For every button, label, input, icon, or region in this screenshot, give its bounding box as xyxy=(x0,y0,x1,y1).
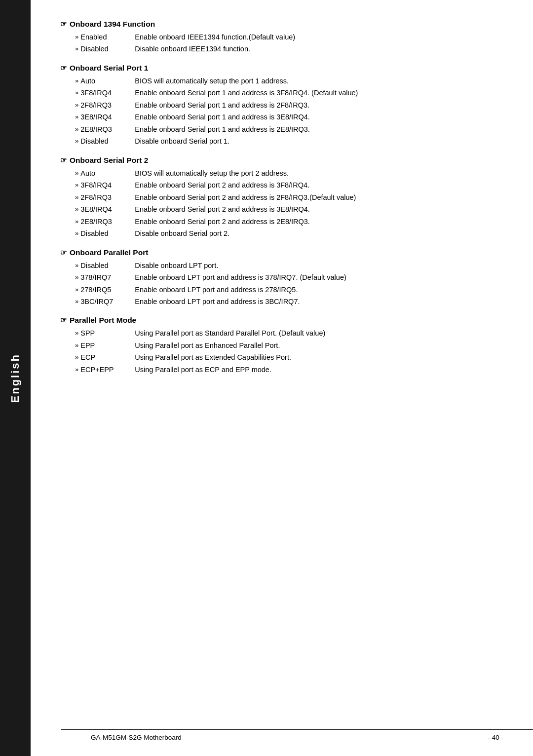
item-list: »AutoBIOS will automatically setup the p… xyxy=(75,76,503,147)
item-list: »EnabledEnable onboard IEEE1394 function… xyxy=(75,32,503,55)
section-onboard-serial-port-2: ☞Onboard Serial Port 2»AutoBIOS will aut… xyxy=(60,156,503,239)
item-row: »3F8/IRQ4Enable onboard Serial port 2 an… xyxy=(75,180,503,190)
item-arrow-icon: » xyxy=(75,261,78,270)
item-key: ECP+EPP xyxy=(80,364,135,375)
item-key: 2E8/IRQ3 xyxy=(80,124,135,135)
item-desc: Enable onboard LPT port and address is 3… xyxy=(135,296,300,307)
item-arrow-icon: » xyxy=(75,340,78,350)
item-row: »3E8/IRQ4Enable onboard Serial port 2 an… xyxy=(75,204,503,215)
item-arrow-icon: » xyxy=(75,217,78,227)
item-arrow-icon: » xyxy=(75,228,78,238)
item-row: »EnabledEnable onboard IEEE1394 function… xyxy=(75,32,503,42)
item-desc: Enable onboard Serial port 2 and address… xyxy=(135,216,310,227)
item-arrow-icon: » xyxy=(75,272,78,282)
item-key: 3BC/IRQ7 xyxy=(80,296,135,307)
item-desc: Using Parallel port as Enhanced Parallel… xyxy=(135,340,280,351)
item-key: 2E8/IRQ3 xyxy=(80,216,135,227)
cursor-icon: ☞ xyxy=(60,20,67,29)
item-row: »3E8/IRQ4Enable onboard Serial port 1 an… xyxy=(75,112,503,122)
section-title-text: Parallel Port Mode xyxy=(70,316,136,325)
item-row: »ECP+EPPUsing Parallel port as ECP and E… xyxy=(75,364,503,375)
item-key: 2F8/IRQ3 xyxy=(80,100,135,111)
item-arrow-icon: » xyxy=(75,168,78,178)
item-desc: BIOS will automatically setup the port 1… xyxy=(135,76,289,86)
item-desc: Disable onboard Serial port 2. xyxy=(135,228,229,239)
item-arrow-icon: » xyxy=(75,76,78,86)
item-row: »3BC/IRQ7Enable onboard LPT port and add… xyxy=(75,296,503,307)
item-row: »2E8/IRQ3Enable onboard Serial port 1 an… xyxy=(75,124,503,135)
item-key: 2F8/IRQ3 xyxy=(80,192,135,203)
item-key: SPP xyxy=(80,328,135,339)
item-desc: Enable onboard Serial port 1 and address… xyxy=(135,100,309,111)
item-key: 3E8/IRQ4 xyxy=(80,112,135,122)
item-desc: Enable onboard Serial port 1 and address… xyxy=(135,124,310,135)
cursor-icon: ☞ xyxy=(60,316,67,325)
item-key: EPP xyxy=(80,340,135,351)
footer-right: - 40 - xyxy=(488,734,503,741)
item-desc: Disable onboard LPT port. xyxy=(135,260,218,271)
item-row: »SPPUsing Parallel port as Standard Para… xyxy=(75,328,503,339)
item-arrow-icon: » xyxy=(75,365,78,375)
item-arrow-icon: » xyxy=(75,180,78,190)
item-key: 3F8/IRQ4 xyxy=(80,180,135,190)
item-row: »DisabledDisable onboard IEEE1394 functi… xyxy=(75,43,503,54)
section-onboard-serial-port-1: ☞Onboard Serial Port 1»AutoBIOS will aut… xyxy=(60,64,503,147)
item-arrow-icon: » xyxy=(75,88,78,98)
item-arrow-icon: » xyxy=(75,124,78,134)
item-desc: Enable onboard LPT port and address is 2… xyxy=(135,284,298,295)
item-arrow-icon: » xyxy=(75,285,78,295)
section-onboard-parallel-port: ☞Onboard Parallel Port»DisabledDisable o… xyxy=(60,248,503,307)
item-key: Disabled xyxy=(80,228,135,239)
cursor-icon: ☞ xyxy=(60,248,67,257)
sidebar: English xyxy=(0,0,31,756)
item-desc: Enable onboard Serial port 2 and address… xyxy=(135,204,310,215)
item-arrow-icon: » xyxy=(75,112,78,122)
item-key: Disabled xyxy=(80,43,135,54)
item-arrow-icon: » xyxy=(75,204,78,214)
item-desc: Enable onboard Serial port 1 and address… xyxy=(135,112,310,122)
section-parallel-port-mode: ☞Parallel Port Mode»SPPUsing Parallel po… xyxy=(60,316,503,375)
item-arrow-icon: » xyxy=(75,44,78,54)
item-desc: Enable onboard Serial port 1 and address… xyxy=(135,87,358,98)
item-key: Auto xyxy=(80,76,135,86)
section-title-text: Onboard Serial Port 1 xyxy=(70,64,148,73)
item-desc: Enable onboard IEEE1394 function.(Defaul… xyxy=(135,32,295,42)
item-arrow-icon: » xyxy=(75,100,78,110)
page-wrapper: English ☞Onboard 1394 Function»EnabledEn… xyxy=(0,0,533,756)
content-area: ☞Onboard 1394 Function»EnabledEnable onb… xyxy=(31,0,533,756)
section-title-text: Onboard 1394 Function xyxy=(70,20,155,29)
item-row: »DisabledDisable onboard LPT port. xyxy=(75,260,503,271)
item-desc: Disable onboard Serial port 1. xyxy=(135,136,229,147)
item-arrow-icon: » xyxy=(75,352,78,362)
item-arrow-icon: » xyxy=(75,328,78,338)
sections-container: ☞Onboard 1394 Function»EnabledEnable onb… xyxy=(60,20,503,375)
item-row: »AutoBIOS will automatically setup the p… xyxy=(75,168,503,179)
footer: GA-M51GM-S2G Motherboard - 40 - xyxy=(61,729,533,741)
item-desc: Enable onboard LPT port and address is 3… xyxy=(135,272,346,283)
item-row: »2E8/IRQ3Enable onboard Serial port 2 an… xyxy=(75,216,503,227)
item-row: »378/IRQ7Enable onboard LPT port and add… xyxy=(75,272,503,283)
item-desc: Using Parallel port as Standard Parallel… xyxy=(135,328,325,339)
item-row: »278/IRQ5Enable onboard LPT port and add… xyxy=(75,284,503,295)
item-desc: BIOS will automatically setup the port 2… xyxy=(135,168,289,179)
item-key: ECP xyxy=(80,352,135,363)
footer-left: GA-M51GM-S2G Motherboard xyxy=(91,734,182,741)
sidebar-label: English xyxy=(9,353,22,403)
item-key: Auto xyxy=(80,168,135,179)
item-arrow-icon: » xyxy=(75,32,78,42)
item-key: Disabled xyxy=(80,136,135,147)
item-desc: Using Parallel port as ECP and EPP mode. xyxy=(135,364,271,375)
item-list: »AutoBIOS will automatically setup the p… xyxy=(75,168,503,239)
item-row: »EPPUsing Parallel port as Enhanced Para… xyxy=(75,340,503,351)
item-row: »DisabledDisable onboard Serial port 2. xyxy=(75,228,503,239)
item-row: »ECPUsing Parallel port as Extended Capa… xyxy=(75,352,503,363)
item-arrow-icon: » xyxy=(75,192,78,202)
item-key: Enabled xyxy=(80,32,135,42)
item-key: 278/IRQ5 xyxy=(80,284,135,295)
item-key: 3E8/IRQ4 xyxy=(80,204,135,215)
cursor-icon: ☞ xyxy=(60,156,67,165)
item-desc: Enable onboard Serial port 2 and address… xyxy=(135,192,356,203)
item-desc: Using Parallel port as Extended Capabili… xyxy=(135,352,291,363)
item-key: 378/IRQ7 xyxy=(80,272,135,283)
item-arrow-icon: » xyxy=(75,297,78,306)
